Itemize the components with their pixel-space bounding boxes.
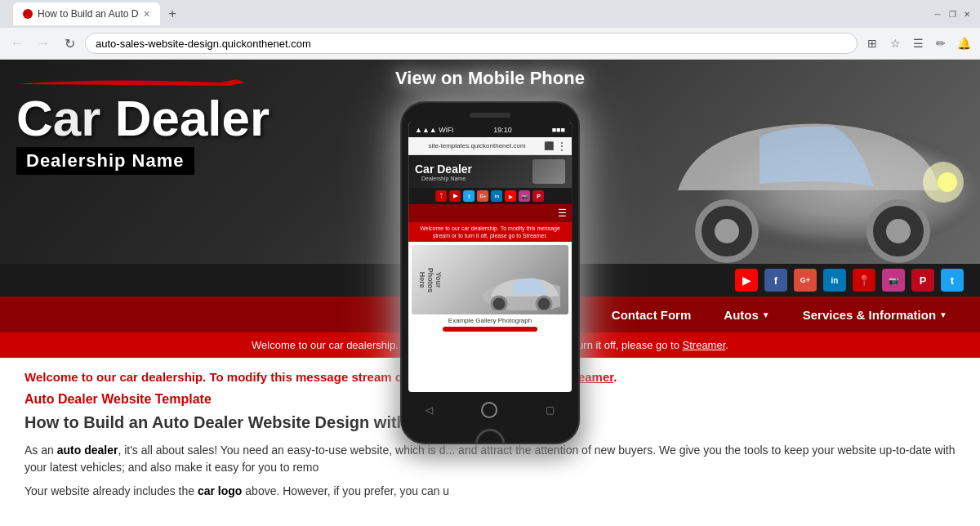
refresh-button[interactable]: ↻ xyxy=(59,33,80,54)
phone-social-bar: 📍 ▶ t G+ in ▶ 📷 P xyxy=(408,188,572,204)
nav-autos[interactable]: Autos xyxy=(707,296,786,332)
social-youtube[interactable]: ▶ xyxy=(735,269,758,292)
phone-social-5: in xyxy=(492,190,503,202)
browser-chrome: How to Build an Auto D ✕ + ─ ❐ ✕ ← → ↻ ⊞… xyxy=(0,0,980,60)
logo-line-container xyxy=(16,76,270,91)
restore-button[interactable]: ❐ xyxy=(946,7,959,20)
phone-car-thumb xyxy=(532,159,565,184)
social-instagram[interactable]: 📷 xyxy=(882,269,905,292)
phone-physical-home xyxy=(475,429,505,444)
phone-logo-text: Car Dealer xyxy=(415,163,472,176)
phone-photos-text: Your Photos Here xyxy=(418,262,443,297)
phone-carrier: ▲▲▲ WiFi xyxy=(415,126,453,134)
phone-battery: ■■■ xyxy=(552,126,565,134)
phone-home-btn xyxy=(481,402,497,418)
back-button[interactable]: ← xyxy=(7,33,28,54)
logo-dealer: Dealer xyxy=(115,90,270,146)
bookmark-icon[interactable]: ☆ xyxy=(885,33,905,53)
extensions-icon[interactable]: ⊞ xyxy=(862,33,882,53)
logo-car: C xyxy=(16,90,53,146)
phone-car-svg xyxy=(462,265,560,310)
social-maps[interactable]: 📍 xyxy=(853,269,875,292)
phone-site-header: Car Dealer Dealership Name xyxy=(408,155,572,188)
svg-point-9 xyxy=(537,296,551,310)
phone-status-bar: ▲▲▲ WiFi 19:10 ■■■ xyxy=(408,123,572,137)
phone-logo-area: Car Dealer Dealership Name xyxy=(415,163,472,181)
phone-address-bar: site-templates.quickonthenet.com ⬛ ⋮ xyxy=(408,137,572,155)
phone-container: ▲▲▲ WiFi 19:10 ■■■ site-templates.quicko… xyxy=(400,101,580,444)
phone-square-btn: ▢ xyxy=(546,404,555,416)
notifications-icon[interactable]: 🔔 xyxy=(954,33,973,53)
phone-social-7: 📷 xyxy=(519,190,531,202)
tab-bar: How to Build an Auto D ✕ + xyxy=(13,2,931,25)
address-input[interactable] xyxy=(85,33,858,54)
mobile-label: View on Mobile Phone xyxy=(379,60,601,97)
phone-body: ▲▲▲ WiFi 19:10 ■■■ site-templates.quicko… xyxy=(400,101,580,444)
social-facebook[interactable]: f xyxy=(764,269,787,292)
phone-logo-sub: Dealership Name xyxy=(415,176,472,181)
phone-gallery: Your Photos Here Example Gallery Photogr… xyxy=(408,242,572,335)
social-pinterest[interactable]: P xyxy=(911,269,934,292)
phone-social-1: 📍 xyxy=(436,190,448,202)
streamer-link[interactable]: Streamer xyxy=(683,339,726,351)
title-bar: How to Build an Auto D ✕ + ─ ❐ ✕ xyxy=(0,0,980,28)
phone-speaker xyxy=(470,113,510,118)
logo-area: Car Dealer Dealership Name xyxy=(16,76,270,175)
phone-bottom-bar: ◁ ▢ xyxy=(402,395,578,424)
logo-text: Car Dealer xyxy=(16,93,270,144)
minimize-button[interactable]: ─ xyxy=(931,7,944,20)
logo-subtext: Dealership Name xyxy=(16,147,194,175)
phone-social-8: P xyxy=(533,190,545,202)
tab-close-button[interactable]: ✕ xyxy=(143,9,150,20)
paragraph2: Your website already includes the car lo… xyxy=(24,483,956,500)
social-twitter[interactable]: t xyxy=(941,269,964,292)
logo-rest: ar xyxy=(53,90,115,146)
phone-hamburger-icon: ☰ xyxy=(558,207,567,219)
nav-contact-form[interactable]: Contact Form xyxy=(595,296,708,332)
social-googleplus[interactable]: G+ xyxy=(794,269,817,292)
nav-services[interactable]: Services & Information xyxy=(786,296,964,332)
phone-welcome-text: Welcome to our car dealership. To modify… xyxy=(420,225,560,238)
svg-point-6 xyxy=(938,172,957,192)
phone-time: 19:10 xyxy=(493,126,512,134)
svg-point-8 xyxy=(492,296,506,310)
svg-point-4 xyxy=(886,219,911,243)
close-button[interactable]: ✕ xyxy=(960,7,973,20)
phone-screen: ▲▲▲ WiFi 19:10 ■■■ site-templates.quicko… xyxy=(408,123,572,392)
tab-favicon xyxy=(23,9,33,19)
phone-welcome-bar: Welcome to our car dealership. To modify… xyxy=(408,222,572,242)
social-linkedin[interactable]: in xyxy=(823,269,846,292)
phone-social-3: t xyxy=(464,190,475,202)
phone-gallery-image: Your Photos Here xyxy=(412,245,568,314)
mobile-overlay: View on Mobile Phone ▲▲▲ WiFi 19:10 ■■■ … xyxy=(379,60,601,448)
phone-nav: ☰ xyxy=(408,204,572,222)
phone-social-2: ▶ xyxy=(450,190,461,202)
phone-social-4: G+ xyxy=(478,190,489,202)
menu-icon[interactable]: ☰ xyxy=(908,33,928,53)
address-bar: ← → ↻ ⊞ ☆ ☰ ✏ 🔔 xyxy=(0,28,980,59)
window-controls: ─ ❐ ✕ xyxy=(931,7,973,20)
phone-social-6: ▶ xyxy=(506,190,517,202)
phone-menu-icon: ⋮ xyxy=(557,140,567,152)
active-tab[interactable]: How to Build an Auto D ✕ xyxy=(13,2,160,25)
phone-red-bar xyxy=(443,327,537,332)
phone-url: site-templates.quickonthenet.com xyxy=(413,142,541,149)
phone-browser-icon: ⬛ xyxy=(544,141,554,150)
new-tab-button[interactable]: + xyxy=(163,3,180,25)
phone-gallery-label: Example Gallery Photograph xyxy=(412,314,568,327)
forward-button[interactable]: → xyxy=(33,33,54,54)
tab-title: How to Build an Auto D xyxy=(38,8,138,20)
phone-back-btn: ◁ xyxy=(425,404,433,416)
svg-point-2 xyxy=(715,219,739,243)
site-content: Car Dealer Dealership Name ▶ f G+ in 📍 📷… xyxy=(0,60,980,501)
edit-icon[interactable]: ✏ xyxy=(931,33,951,53)
logo-swoosh xyxy=(16,76,261,88)
toolbar-icons: ⊞ ☆ ☰ ✏ 🔔 xyxy=(862,33,973,53)
